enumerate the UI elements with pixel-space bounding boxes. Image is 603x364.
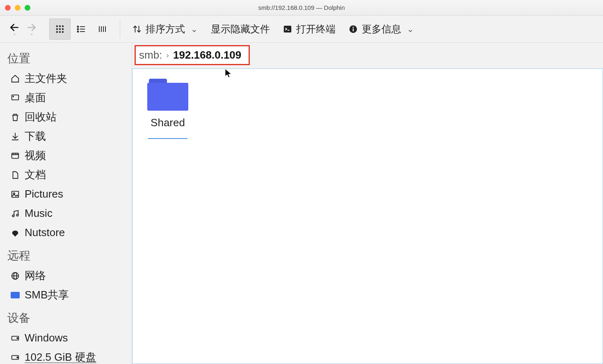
sidebar-item-music[interactable]: Music [0, 204, 132, 223]
sidebar: 位置 主文件夹 桌面 回收站 下载 [0, 43, 132, 364]
svg-rect-28 [12, 95, 19, 100]
sidebar-item-smb[interactable]: SMB共享 [0, 285, 132, 305]
sidebar-item-home[interactable]: 主文件夹 [0, 69, 132, 88]
open-terminal-label: 打开终端 [296, 23, 336, 36]
columns-icon [98, 24, 107, 34]
home-icon [10, 74, 21, 83]
sidebar-item-desktop[interactable]: 桌面 [0, 88, 132, 107]
list-icon [76, 24, 86, 34]
drive-icon [10, 353, 21, 362]
svg-rect-3 [59, 25, 61, 27]
svg-rect-2 [56, 25, 58, 27]
sidebar-item-label: 桌面 [25, 90, 46, 106]
forward-button[interactable]: ⌄ [25, 20, 39, 39]
sort-button[interactable]: 排序方式 ⌄ [127, 20, 203, 39]
video-icon [10, 151, 21, 160]
more-info-button[interactable]: 更多信息 ⌄ [343, 20, 420, 39]
icon-view-button[interactable] [49, 18, 71, 40]
sidebar-item-label: 文档 [25, 167, 46, 183]
nav-group: ⌄ ⌄ [7, 20, 39, 39]
sidebar-item-label: 网络 [25, 268, 46, 284]
window-titlebar: smb://192.168.0.109 — Dolphin [0, 0, 603, 16]
svg-point-13 [78, 28, 79, 30]
svg-point-40 [16, 214, 18, 216]
svg-rect-27 [353, 28, 354, 31]
svg-rect-7 [62, 28, 64, 30]
details-view-button[interactable] [92, 18, 113, 40]
sidebar-item-disk[interactable]: 102.5 GiB 硬盘 [0, 348, 132, 364]
sidebar-item-label: 主文件夹 [25, 71, 67, 86]
sidebar-item-trash[interactable]: 回收站 [0, 107, 132, 127]
svg-point-47 [17, 357, 18, 358]
desktop-icon [10, 93, 21, 102]
sidebar-item-label: 回收站 [25, 109, 57, 125]
sidebar-item-label: SMB共享 [25, 287, 69, 303]
download-icon [10, 132, 21, 141]
selection-underline [148, 138, 187, 139]
folder-item-shared[interactable]: Shared [143, 79, 192, 139]
svg-point-45 [17, 337, 18, 339]
back-button[interactable]: ⌄ [7, 20, 21, 39]
show-hidden-label: 显示隐藏文件 [211, 23, 270, 36]
network-icon [10, 271, 21, 280]
document-icon [10, 171, 21, 180]
svg-point-26 [353, 26, 354, 27]
toolbar-separator [120, 20, 120, 38]
svg-rect-5 [56, 28, 58, 30]
breadcrumb-row: smb: › 192.168.0.109 [132, 43, 603, 68]
compact-view-button[interactable] [71, 18, 92, 40]
info-icon [349, 25, 358, 34]
svg-point-29 [13, 96, 14, 97]
sidebar-item-label: 102.5 GiB 硬盘 [25, 349, 96, 364]
open-terminal-button[interactable]: 打开终端 [277, 20, 341, 39]
view-mode-group [49, 18, 113, 40]
svg-rect-8 [56, 31, 58, 33]
svg-rect-4 [62, 25, 64, 27]
sidebar-item-label: 视频 [25, 148, 46, 164]
sidebar-item-label: Music [25, 205, 53, 221]
sidebar-item-documents[interactable]: 文档 [0, 165, 132, 184]
sort-label: 排序方式 [146, 23, 185, 36]
sidebar-item-videos[interactable]: 视频 [0, 146, 132, 165]
breadcrumb[interactable]: smb: › 192.168.0.109 [135, 45, 250, 65]
sidebar-item-label: Windows [25, 330, 68, 346]
minimize-window-button[interactable] [15, 5, 21, 11]
sidebar-item-network[interactable]: 网络 [0, 266, 132, 285]
svg-point-11 [78, 26, 79, 27]
sidebar-section-remote: 远程 [0, 242, 132, 266]
svg-rect-10 [62, 31, 64, 33]
sort-icon [132, 25, 142, 34]
sidebar-item-windows[interactable]: Windows [0, 328, 132, 348]
maximize-window-button[interactable] [25, 5, 30, 11]
drive-icon [10, 334, 21, 343]
sidebar-section-places: 位置 [0, 45, 132, 69]
nutstore-icon [10, 228, 21, 237]
sidebar-section-devices: 设备 [0, 305, 132, 328]
svg-rect-23 [284, 25, 291, 32]
svg-rect-6 [59, 28, 61, 30]
chevron-down-icon: ⌄ [191, 24, 198, 34]
music-icon [10, 209, 21, 218]
cursor-icon [224, 68, 233, 79]
chevron-down-icon: ⌄ [30, 31, 33, 36]
sidebar-item-nutstore[interactable]: Nutstore [0, 223, 132, 242]
toolbar: ⌄ ⌄ 排序方式 ⌄ [0, 16, 603, 43]
svg-rect-37 [12, 191, 19, 197]
sidebar-item-label: Pictures [25, 186, 63, 202]
window-title: smb://192.168.0.109 — Dolphin [258, 4, 345, 11]
grid-icon [55, 24, 65, 34]
sidebar-item-downloads[interactable]: 下载 [0, 127, 132, 146]
folder-label: Shared [151, 116, 185, 129]
more-info-label: 更多信息 [362, 23, 401, 36]
svg-point-39 [12, 215, 14, 217]
folder-icon [147, 79, 188, 111]
image-icon [10, 190, 21, 199]
sidebar-item-label: 下载 [25, 128, 46, 144]
close-window-button[interactable] [5, 5, 11, 11]
sidebar-item-pictures[interactable]: Pictures [0, 184, 132, 204]
sidebar-item-label: Nutstore [25, 225, 65, 241]
trash-icon [10, 113, 21, 122]
show-hidden-button[interactable]: 显示隐藏文件 [205, 20, 276, 39]
files-pane[interactable]: Shared [132, 68, 603, 364]
terminal-icon [283, 25, 292, 34]
